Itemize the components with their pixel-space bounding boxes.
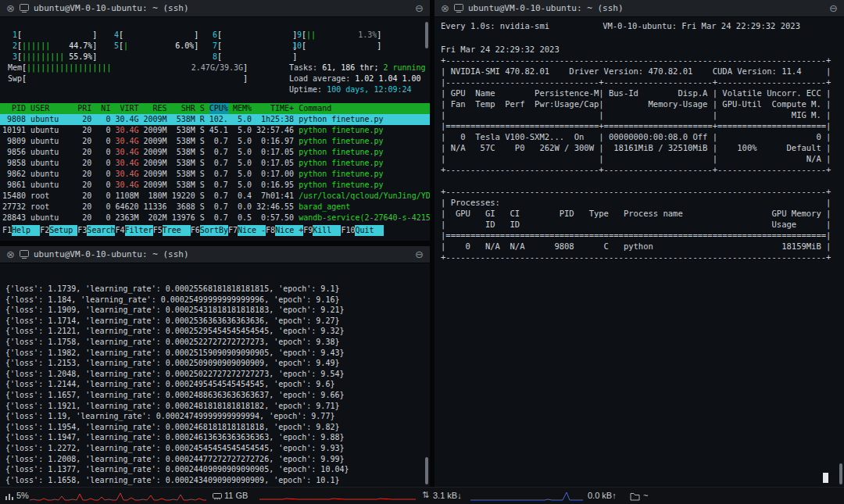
nvidia-smi-line: |-------------------------------+-------… xyxy=(441,77,831,88)
close-pane-icon[interactable]: ⊗ xyxy=(6,3,15,13)
cell-pid: 10191 xyxy=(2,125,26,136)
nvidia-smi-line: |===============================+=======… xyxy=(441,120,831,131)
pane-menu-icon[interactable]: ⊖ xyxy=(415,249,424,259)
cell-user: ubuntu xyxy=(30,213,73,223)
function-key-bar: F1HelpF2SetupF3SearchF4FilterF5TreeF6Sor… xyxy=(2,225,430,236)
fn-key-F5[interactable]: F5Tree xyxy=(153,225,191,236)
pane-menu-icon[interactable]: ⊖ xyxy=(415,3,424,13)
log-line: {'loss': 1.1909, 'learning_rate': 0.0002… xyxy=(5,305,424,316)
process-row-9861[interactable]: 9861ubuntu20030.4G2009M538MS0.75.00:16.9… xyxy=(0,180,430,191)
cell-cpu: 0.7 xyxy=(209,213,228,223)
fn-key-F2[interactable]: F2Setup xyxy=(40,225,77,236)
log-line: {'loss': 1.2144, 'learning_rate': 0.0002… xyxy=(5,379,424,390)
cpu-meter-2: 2[||||||44.7%] xyxy=(8,41,97,52)
cell-pid: 9808 xyxy=(2,114,26,125)
nvidia-smi-line: | 0 N/A N/A 9808 C python 18159MiB | xyxy=(441,241,831,252)
fn-key-F8[interactable]: F8Nice + xyxy=(266,225,303,236)
cell-virt: 30.4G xyxy=(115,158,138,169)
cpu-history-graph xyxy=(30,491,206,502)
memory-usage-label: 11 GB xyxy=(224,491,248,500)
cell-shr: 19220 xyxy=(172,191,195,202)
log-line: {'loss': 1.1658, 'learning_rate': 0.0002… xyxy=(5,475,424,486)
htop-scrollbar-thumb[interactable] xyxy=(425,22,428,48)
cell-shr: 538M xyxy=(172,125,195,136)
process-row-15480[interactable]: 15480root2001108M180M19220S0.70.47h01:41… xyxy=(0,191,430,202)
process-row-27732[interactable]: 27732root20064620113363688S0.70.032:46.5… xyxy=(0,202,430,213)
cell-user: root xyxy=(30,191,73,202)
cell-time: 0:17.05 xyxy=(256,158,294,169)
nvidia-smi-line: | 0 Tesla V100-SXM2... On | 00000000:00:… xyxy=(441,131,831,142)
close-pane-icon[interactable]: ⊗ xyxy=(6,249,15,259)
cell-s: S xyxy=(200,125,205,136)
cell-mem: 5.0 xyxy=(233,125,252,136)
cell-pid: 9858 xyxy=(2,158,26,169)
nvidia-smi-line: | NVIDIA-SMI 470.82.01 Driver Version: 4… xyxy=(441,66,831,77)
cell-cpu: CPU% xyxy=(209,103,228,114)
cell-virt: 30.4G xyxy=(115,169,138,180)
fn-key-F6[interactable]: F6SortBy xyxy=(191,225,228,236)
pane-title: ubuntu@VM-0-10-ubuntu: ~ (ssh) xyxy=(34,3,189,13)
process-row-9809[interactable]: 9809ubuntu20030.4G2009M538MS0.75.00:16.9… xyxy=(0,136,430,147)
cell-cmd: python finetune.py xyxy=(299,147,383,158)
cell-mem: 5.0 xyxy=(233,180,252,191)
cell-cpu: 0.7 xyxy=(209,202,228,213)
cell-time: 0:17.05 xyxy=(256,147,294,158)
cell-pri: 20 xyxy=(77,136,91,147)
watch-command: Every 1.0s: nvidia-smi xyxy=(441,21,549,30)
cell-pid: 9856 xyxy=(2,147,26,158)
nvidia-smi-line: | | | N/A | xyxy=(441,153,831,164)
cell-s: S xyxy=(200,213,205,223)
process-row-28843[interactable]: 28843ubuntu2002363M202M13976S0.70.50:57.… xyxy=(0,213,430,223)
fn-key-F9[interactable]: F9Kill xyxy=(303,225,341,236)
cell-time: 0:57.50 xyxy=(256,213,294,223)
log-scrollbar-thumb[interactable] xyxy=(425,457,428,484)
cpu-meter-6: 6[0.0%] xyxy=(208,30,297,41)
log-line: {'loss': 1.1921, 'learning_rate': 0.0002… xyxy=(5,401,424,412)
process-row-9856[interactable]: 9856ubuntu20030.4G2009M538MS0.75.00:17.0… xyxy=(0,147,430,158)
cell-virt: 30.4G xyxy=(115,180,138,191)
cell-s: S xyxy=(200,180,205,191)
fn-key-F1[interactable]: F1Help xyxy=(2,225,40,236)
process-table-header[interactable]: PIDUSERPRINIVIRTRESSHRSCPU%MEM%TIME+Comm… xyxy=(0,103,430,114)
cell-time: 0:16.95 xyxy=(256,180,294,191)
nvidia-smi-line: | | | MIG M. | xyxy=(441,109,831,120)
close-pane-icon[interactable]: ⊗ xyxy=(441,3,449,13)
process-row-9858[interactable]: 9858ubuntu20030.4G2009M538MS0.75.00:17.0… xyxy=(0,158,430,169)
cell-virt: 1108M xyxy=(115,191,138,202)
cell-pri: 20 xyxy=(77,202,91,213)
fn-key-F10[interactable]: F10Quit xyxy=(341,225,383,236)
cell-user: ubuntu xyxy=(30,180,73,191)
nvidia-smi-line: | GPU Name Persistence-M| Bus-Id Disp.A … xyxy=(441,88,831,98)
cell-res: 180M xyxy=(144,191,167,202)
cell-user: ubuntu xyxy=(30,147,73,158)
cell-mem: 5.0 xyxy=(233,169,252,180)
cell-cpu: 0.7 xyxy=(209,136,228,147)
fn-key-F7[interactable]: F7Nice - xyxy=(228,225,266,236)
log-line: {'loss': 1.2008, 'learning_rate': 0.0002… xyxy=(5,454,424,465)
cell-virt: VIRT xyxy=(115,103,138,114)
process-row-10191[interactable]: 10191ubuntu20030.4G2009M538MS45.15.032:5… xyxy=(0,125,430,136)
cell-shr: SHR xyxy=(172,103,195,114)
cell-pid: 9809 xyxy=(2,136,26,147)
fn-key-F3[interactable]: F3Search xyxy=(77,225,115,236)
cell-cmd: wandb-service(2-27640-s-42151 xyxy=(299,213,430,223)
fn-key-F4[interactable]: F4Filter xyxy=(115,225,152,236)
terminal-icon xyxy=(454,4,463,13)
cell-cmd: python finetune.py xyxy=(299,136,383,147)
process-row-9808[interactable]: 9808ubuntu20030.4G2009M538MR102.5.01h25:… xyxy=(0,114,430,125)
cell-s: S xyxy=(200,147,205,158)
nvidia-scrollbar-thumb[interactable] xyxy=(839,463,842,484)
nvidia-smi-line: | ID ID Usage | xyxy=(441,219,831,230)
nvidia-smi-line: | Processes: | xyxy=(441,197,831,208)
process-table: PIDUSERPRINIVIRTRESSHRSCPU%MEM%TIME+Comm… xyxy=(0,103,430,223)
pane-menu-icon[interactable]: ⊖ xyxy=(829,3,838,13)
cell-mem: 5.0 xyxy=(233,136,252,147)
log-line: {'loss': 1.1657, 'learning_rate': 0.0002… xyxy=(5,390,424,401)
cell-res: 2009M xyxy=(144,136,167,147)
cell-user: ubuntu xyxy=(30,136,73,147)
log-line: {'loss': 1.19, 'learning_rate': 0.000247… xyxy=(5,411,424,422)
cell-cpu: 45.1 xyxy=(209,125,228,136)
log-line: {'loss': 1.2121, 'learning_rate': 0.0002… xyxy=(5,326,424,337)
cell-ni: 0 xyxy=(96,147,110,158)
process-row-9862[interactable]: 9862ubuntu20030.4G2009M538MS0.75.00:17.0… xyxy=(0,169,430,180)
